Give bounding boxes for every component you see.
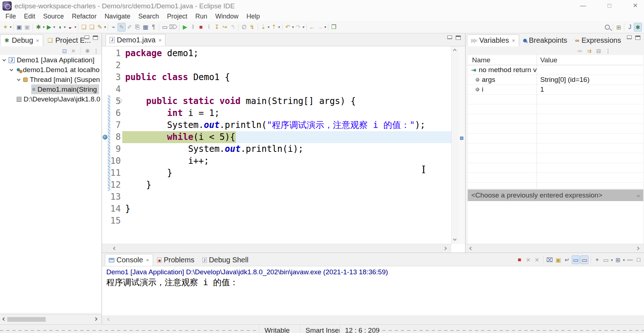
prev-annotation-icon[interactable]: ⇡ <box>270 23 278 32</box>
save-all-icon[interactable]: ▣ <box>23 23 31 32</box>
menu-item-window[interactable]: Window <box>211 12 242 21</box>
column-header-name[interactable]: Name <box>468 56 537 64</box>
tab-console[interactable]: Console × <box>105 254 153 266</box>
new-wizard-icon[interactable]: ✶ <box>1 23 9 32</box>
step-into-icon[interactable]: ↧ <box>213 23 221 32</box>
tab-breakpoints[interactable]: Breakpoints <box>519 34 571 46</box>
open-perspective-icon[interactable]: ⊞ <box>615 23 623 32</box>
collapse-frames-icon[interactable]: ⊡ <box>61 47 68 55</box>
minimize-button[interactable]: — <box>575 1 591 11</box>
dropdown-caret-icon[interactable]: ▾ <box>64 25 66 29</box>
terminate-icon[interactable]: ■ <box>197 23 205 32</box>
code-line-3[interactable]: public class Demo1 { <box>122 71 451 83</box>
suspend-icon[interactable]: ‖ <box>189 23 197 32</box>
code-line-2[interactable] <box>122 59 451 71</box>
tree-item-demo1-java-application[interactable]: JDemo1 [Java Application] <box>0 55 101 65</box>
tree-item-d-develop-java-jdk1-8-0[interactable]: D:\Develop\Java\jdk1.8.0 <box>0 94 101 104</box>
drop-to-frame-icon[interactable]: ↯ <box>248 23 256 32</box>
clear-icon[interactable]: ⌦ <box>169 23 178 32</box>
line-number[interactable]: 5 <box>102 95 122 107</box>
next-annotation-icon[interactable]: ⇣ <box>259 23 267 32</box>
menu-item-help[interactable]: Help <box>242 12 264 21</box>
open-console-icon[interactable]: ⊞ <box>614 255 622 264</box>
editor-hscrollbar[interactable] <box>102 244 451 253</box>
snapshot-icon[interactable]: ⎘ <box>134 23 141 32</box>
search-icon[interactable] <box>603 23 611 32</box>
editor-vscrollbar[interactable] <box>451 46 459 244</box>
expand-arrow-icon[interactable] <box>17 77 21 81</box>
code-line-13[interactable] <box>122 191 451 203</box>
view-menu-icon[interactable]: ⋮ <box>605 47 611 55</box>
dropdown-caret-icon[interactable]: ▾ <box>292 25 294 29</box>
remove-launch-icon[interactable]: ✕ <box>524 255 532 264</box>
dropdown-caret-icon[interactable]: ▾ <box>43 25 45 29</box>
open-type-icon[interactable]: ❏ <box>80 23 88 32</box>
open-resource-icon[interactable]: ❏ <box>88 23 96 32</box>
maximize-button[interactable]: □ <box>602 1 618 11</box>
tab-variables[interactable]: (x)= Variables × <box>467 34 519 46</box>
resume-icon[interactable]: ▶ <box>181 23 189 32</box>
dropdown-caret-icon[interactable]: ▾ <box>623 258 625 262</box>
code-line-5[interactable]: public static void main(String[] args) { <box>122 95 451 107</box>
plug-icon[interactable]: ⌁ <box>110 23 118 32</box>
close-icon[interactable]: × <box>159 37 162 43</box>
console-hscrollbar[interactable] <box>102 315 644 324</box>
menu-item-run[interactable]: Run <box>191 12 211 21</box>
scroll-left-icon[interactable] <box>469 247 473 250</box>
profile-icon[interactable]: ◒ <box>66 23 74 32</box>
column-header-value[interactable]: Value <box>537 56 557 64</box>
scroll-up-icon[interactable] <box>453 49 457 53</box>
show-on-stdout-icon[interactable]: ▭ <box>572 255 580 264</box>
scroll-left-icon[interactable] <box>107 318 111 321</box>
code-lines[interactable]: package demo1;public class Demo1 { publi… <box>122 47 451 227</box>
line-number[interactable]: 6 <box>102 107 122 119</box>
scroll-right-icon[interactable] <box>94 317 98 321</box>
tab-expressions[interactable]: ∞ Expressions <box>571 34 625 46</box>
code-line-4[interactable] <box>122 83 451 95</box>
line-number[interactable]: 15 <box>102 215 122 227</box>
word-wrap-icon[interactable]: ↵ <box>563 255 571 264</box>
line-number[interactable]: 2 <box>102 59 122 71</box>
variable-detail-pane[interactable] <box>468 201 643 244</box>
scroll-left-icon[interactable] <box>3 317 6 321</box>
scrollbar-thumb[interactable] <box>7 317 46 322</box>
code-line-7[interactable]: System.out.println("程序调试演示，注意观察 i 的值："); <box>122 119 451 131</box>
tree-item-demo1-main-string[interactable]: ≡Demo1.main(String <box>0 84 101 94</box>
maximize-view-icon[interactable] <box>93 36 98 40</box>
view-menu-icon[interactable]: ⋮ <box>93 47 99 55</box>
external-tools-icon[interactable]: ✎ <box>96 23 104 32</box>
close-button[interactable]: ✕ <box>627 1 643 11</box>
menu-item-source[interactable]: Source <box>39 12 68 21</box>
line-number[interactable]: 9 <box>102 143 122 155</box>
dropdown-caret-icon[interactable]: ▾ <box>611 258 613 262</box>
menu-item-file[interactable]: File <box>1 12 20 21</box>
chevron-down-icon[interactable] <box>637 193 640 197</box>
code-line-9[interactable]: System.out.println(i); <box>122 143 451 155</box>
code-line-8[interactable]: while(i < 5){ <box>122 131 451 143</box>
code-line-11[interactable]: } <box>122 167 451 179</box>
variable-row-i[interactable]: i1 <box>468 85 643 95</box>
variable-row-args[interactable]: argsString[0] (id=16) <box>468 75 643 85</box>
tree-item-demo1-demo1-at-localho[interactable]: demo1.Demo1 at localho <box>0 65 101 75</box>
tab-demo1-java[interactable]: J Demo1.java × <box>106 34 165 46</box>
expand-arrow-icon[interactable] <box>3 58 6 61</box>
dropdown-caret-icon[interactable]: ▾ <box>53 25 55 29</box>
line-number[interactable]: 13 <box>102 191 122 203</box>
show-type-names-icon[interactable]: ≔ <box>577 47 583 55</box>
show-logical-structure-icon[interactable]: ⇉ <box>586 47 592 55</box>
skip-breakpoints-icon[interactable]: ∅ <box>240 23 248 32</box>
expand-arrow-icon[interactable] <box>10 67 13 71</box>
line-number[interactable]: 10 <box>102 155 122 167</box>
step-return-icon[interactable]: ↰ <box>229 23 237 32</box>
debug-panel-hscrollbar[interactable] <box>0 314 101 324</box>
dropdown-caret-icon[interactable]: ▾ <box>278 25 280 29</box>
maximize-view-icon[interactable] <box>456 36 461 40</box>
code-line-10[interactable]: i++; <box>122 155 451 167</box>
terminate-icon[interactable]: ■ <box>516 255 524 264</box>
dropdown-caret-icon[interactable]: ▾ <box>303 25 304 29</box>
dropdown-caret-icon[interactable]: ▾ <box>10 25 12 29</box>
overview-breakpoint-marker[interactable] <box>460 137 463 140</box>
maximize-view-icon[interactable] <box>635 36 640 40</box>
console-output-area[interactable]: Demo1 [Java Application] D:\Develop\Java… <box>102 266 644 315</box>
minimize-view-icon[interactable] <box>85 36 89 39</box>
